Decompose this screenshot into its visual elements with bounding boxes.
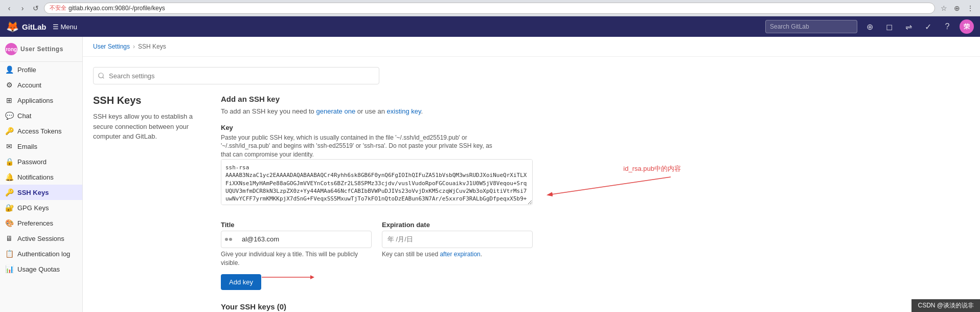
expiry-field: Expiration date Key can still be used af… <box>382 214 533 268</box>
sidebar-item-emails[interactable]: ✉ Emails <box>0 139 82 154</box>
sidebar-access-tokens-icon: 🔑 <box>5 127 13 135</box>
sidebar-profile-icon: 👤 <box>5 65 13 74</box>
sidebar-ssh-keys-icon: 🔑 <box>5 188 13 196</box>
callout-arrow-svg <box>543 174 676 205</box>
title-hint: Give your individual key a title. This w… <box>221 250 372 268</box>
menu-label: Menu <box>61 23 78 31</box>
sidebar-auth-log-label: Authentication log <box>17 250 70 258</box>
browser-icons: ☆ ⊕ ⋮ <box>938 3 976 14</box>
sidebar-account-label: Account <box>17 81 41 89</box>
key-dot-2 <box>229 238 232 241</box>
nav-forward-button[interactable]: › <box>17 3 28 13</box>
sidebar-nav: 👤 Profile ⚙ Account ⊞ Applications 💬 Cha… <box>0 62 82 277</box>
sidebar-gpg-keys-label: GPG Keys <box>17 204 49 212</box>
user-avatar[interactable]: 荣 <box>960 19 974 34</box>
url-bar[interactable]: 不安全 gitlab.rkyao.com:9080/-/profile/keys <box>44 3 935 14</box>
global-search-input[interactable] <box>765 20 857 33</box>
left-column: SSH Keys SSH keys allow you to establish… <box>93 95 206 312</box>
key-hint-2: '~/.ssh/id_rsa.pub' and begins with 'ssh… <box>221 142 492 149</box>
expiry-label: Expiration date <box>382 221 533 229</box>
sidebar-notifications-icon: 🔔 <box>5 173 13 181</box>
expiry-hint: Key can still be used after expiration. <box>382 250 533 259</box>
sidebar-emails-icon: ✉ <box>5 142 13 150</box>
key-textarea-container: ssh-rsa AAAAB3NzaC1yc2EAAAADAQABAABAQCr4… <box>221 159 533 207</box>
sidebar-password-label: Password <box>17 158 47 166</box>
bookmark-icon[interactable]: ☆ <box>938 3 949 14</box>
add-key-button[interactable]: Add key <box>221 274 261 290</box>
svg-marker-2 <box>310 275 314 279</box>
expiry-date-input[interactable] <box>382 231 533 248</box>
sidebar-item-active-sessions[interactable]: 🖥 Active Sessions <box>0 231 82 246</box>
header-help-icon[interactable]: ? <box>940 19 954 34</box>
sidebar-ssh-keys-label: SSH Keys <box>17 189 49 196</box>
add-description: To add an SSH key you need to generate o… <box>221 106 533 117</box>
header-merge-icon[interactable]: ⇌ <box>901 19 916 34</box>
btn-arrow-svg <box>262 272 323 282</box>
sidebar-item-ssh-keys[interactable]: 🔑 SSH Keys <box>0 185 82 200</box>
sidebar-item-chat[interactable]: 💬 Chat <box>0 108 82 123</box>
menu-button[interactable]: ☰ Menu <box>53 23 78 31</box>
title-input-wrapper <box>221 231 372 248</box>
sidebar-applications-icon: ⊞ <box>5 96 13 104</box>
svg-line-0 <box>548 177 671 195</box>
header-right: ⊕ ◻ ⇌ ✓ ? 荣 <box>765 19 974 34</box>
sidebar-section-title: User Settings <box>20 46 63 53</box>
sidebar-access-tokens-label: Access Tokens <box>17 127 61 135</box>
bottom-bar: CSDN @谈淡的说非 <box>911 299 980 312</box>
settings-search-input[interactable] <box>93 67 379 84</box>
sidebar-auth-log-icon: 📋 <box>5 250 13 258</box>
sidebar-item-notifications[interactable]: 🔔 Notifications <box>0 169 82 185</box>
sidebar-item-applications[interactable]: ⊞ Applications <box>0 93 82 108</box>
sidebar-preferences-label: Preferences <box>17 219 53 227</box>
sidebar-active-sessions-label: Active Sessions <box>17 235 64 242</box>
sidebar-active-sessions-icon: 🖥 <box>5 234 13 242</box>
content-area: SSH Keys SSH keys allow you to establish… <box>83 57 543 312</box>
sidebar-avatar: rong <box>5 43 17 55</box>
title-input[interactable] <box>221 231 372 248</box>
nav-back-button[interactable]: ‹ <box>4 3 14 13</box>
sidebar-notifications-label: Notifications <box>17 173 54 181</box>
sidebar-item-auth-log[interactable]: 📋 Authentication log <box>0 246 82 261</box>
section-title: SSH Keys <box>93 95 206 106</box>
extensions-icon[interactable]: ⊕ <box>951 3 963 14</box>
ssh-key-textarea[interactable]: ssh-rsa AAAAB3NzaC1yc2EAAAADAQABAABAQCr4… <box>221 159 533 205</box>
sidebar-item-access-tokens[interactable]: 🔑 Access Tokens <box>0 123 82 139</box>
form-row: Title Give your individual key a title. … <box>221 214 533 268</box>
app-header: 🦊 GitLab ☰ Menu ⊕ ◻ ⇌ ✓ ? 荣 <box>0 16 980 37</box>
sidebar-item-usage-quotas[interactable]: 📊 Usage Quotas <box>0 261 82 277</box>
sidebar-chat-label: Chat <box>17 112 31 120</box>
sidebar-item-preferences[interactable]: 🎨 Preferences <box>0 215 82 231</box>
sidebar: rong User Settings 👤 Profile ⚙ Account ⊞… <box>0 37 83 312</box>
hamburger-icon: ☰ <box>53 23 59 31</box>
header-issues-icon[interactable]: ◻ <box>882 19 896 34</box>
add-key-btn-container: Add key <box>221 267 261 290</box>
sidebar-usage-quotas-icon: 📊 <box>5 265 13 273</box>
security-warning: 不安全 <box>50 4 66 12</box>
nav-refresh-button[interactable]: ↺ <box>31 3 41 13</box>
sidebar-preferences-icon: 🎨 <box>5 219 13 227</box>
sidebar-item-account[interactable]: ⚙ Account <box>0 77 82 93</box>
header-add-icon[interactable]: ⊕ <box>862 19 877 34</box>
or-text: or use an <box>357 107 387 115</box>
sidebar-item-password[interactable]: 🔒 Password <box>0 154 82 169</box>
right-column: Add an SSH key To add an SSH key you nee… <box>221 95 533 312</box>
generate-link[interactable]: generate one <box>316 107 355 115</box>
key-prefix-icon <box>225 238 232 241</box>
sidebar-item-gpg-keys[interactable]: 🔐 GPG Keys <box>0 200 82 215</box>
breadcrumb-parent[interactable]: User Settings <box>93 43 130 50</box>
title-field: Title Give your individual key a title. … <box>221 214 372 268</box>
existing-link[interactable]: existing key <box>387 107 421 115</box>
sidebar-item-profile[interactable]: 👤 Profile <box>0 62 82 77</box>
add-desc-text: To add an SSH key you need to <box>221 107 314 115</box>
header-todo-icon[interactable]: ✓ <box>921 19 935 34</box>
key-label: Key <box>221 124 533 131</box>
gitlab-logo[interactable]: 🦊 GitLab <box>6 20 47 33</box>
more-icon[interactable]: ⋮ <box>965 3 976 14</box>
breadcrumb-separator: › <box>133 43 135 50</box>
sidebar-user: rong User Settings <box>0 37 82 62</box>
sidebar-gpg-keys-icon: 🔐 <box>5 204 13 212</box>
sidebar-usage-quotas-label: Usage Quotas <box>17 265 60 273</box>
search-bar-container <box>93 67 533 84</box>
after-expiration-link[interactable]: after expiration <box>440 251 480 258</box>
browser-bar: ‹ › ↺ 不安全 gitlab.rkyao.com:9080/-/profil… <box>0 0 980 16</box>
